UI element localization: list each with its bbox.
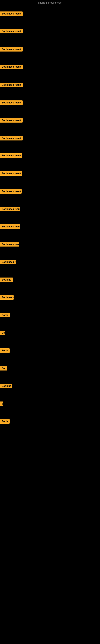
bottleneck-result-badge[interactable]: Bottle [0, 348, 10, 353]
bottleneck-result-badge[interactable]: Bottleneck result [0, 189, 22, 194]
bottleneck-result-badge[interactable]: Bottleneck [0, 295, 14, 300]
bottleneck-result-badge[interactable]: Bottlene [0, 384, 12, 388]
bottleneck-result-badge[interactable]: B [0, 402, 3, 406]
bottleneck-result-badge[interactable]: Bott [0, 366, 7, 370]
bottleneck-result-badge[interactable]: Bottleneck result [0, 153, 22, 158]
bottleneck-result-badge[interactable]: Bottleneck result [0, 118, 23, 122]
bottleneck-result-badge[interactable]: Bo [0, 331, 5, 335]
bottleneck-result-badge[interactable]: Bottleneck resul [0, 207, 20, 211]
bottleneck-result-badge[interactable]: Bottleneck result [0, 64, 23, 69]
bottleneck-result-badge[interactable]: Bottleneck result [0, 47, 23, 52]
bottleneck-result-badge[interactable]: Bottleneck result [0, 29, 23, 34]
bottleneck-result-badge[interactable]: Bottleneck result [0, 136, 23, 140]
bottleneck-result-badge[interactable]: Bottleneck result [0, 100, 23, 105]
bottleneck-result-badge[interactable]: Bottleneck result [0, 224, 20, 229]
bottleneck-result-badge[interactable]: Bottleneck result [0, 242, 19, 246]
bottleneck-result-badge[interactable]: Bottleneck result [0, 12, 23, 16]
bottleneck-result-badge[interactable]: Bottle [0, 313, 10, 317]
bottleneck-result-badge[interactable]: Bottleneck r [0, 260, 16, 264]
bottleneck-result-badge[interactable]: Bottle [0, 419, 10, 424]
bottleneck-result-badge[interactable]: Bottleneck result [0, 83, 23, 87]
bottleneck-result-badge[interactable]: Bottleneck result [0, 171, 22, 176]
bottleneck-result-badge[interactable]: Bottlene [0, 278, 13, 282]
site-title: TheBottlenecker.com [0, 1, 100, 4]
